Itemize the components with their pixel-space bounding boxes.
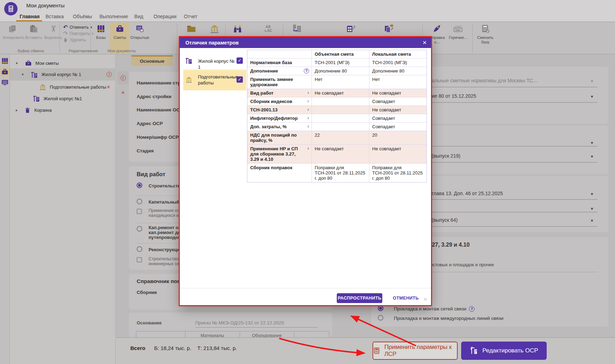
calculator-icon <box>373 347 380 355</box>
chevron-right-icon: › <box>307 115 309 121</box>
crane-building-icon <box>185 57 192 64</box>
close-icon[interactable]: ✕ <box>422 40 427 46</box>
dialog-header[interactable]: Отличия параметров ✕ <box>180 37 431 48</box>
dialog-footer-divider <box>180 288 431 288</box>
cancel-button[interactable]: ОТМЕНИТЬ <box>390 293 422 303</box>
table-row-expandable[interactable]: ТСН-2001.13› Не совпадает <box>247 106 426 114</box>
chevron-right-icon: › <box>307 90 309 95</box>
crane-icon <box>470 346 478 355</box>
table-row: НДС для позиций по прайсу, %2220 <box>247 131 426 145</box>
table-row-expandable[interactable]: Доп. затраты, %› Совпадает <box>247 123 426 131</box>
dialog-list-item-housing[interactable]: Жилой корпус № 1 ✓ <box>183 53 246 70</box>
checkbox-checked[interactable]: ✓ <box>237 76 243 83</box>
resize-handle[interactable] <box>424 298 425 299</box>
table-row-expandable[interactable]: Сборник индексов› Совпадает <box>247 97 426 106</box>
table-row-expandable[interactable]: Вид работ› Не совпадаетНе совпадает <box>247 89 426 97</box>
table-row: Применить зимнее удорожаниеНетНет <box>247 75 426 89</box>
table-row: Дополнение? Дополнение 80Дополнение 80 <box>247 67 426 75</box>
dialog-title: Отличия параметров <box>185 40 239 46</box>
dialog-list-item-podgotovitelnye[interactable]: Подготовительные работы ✓ <box>183 70 246 90</box>
apply-params-lsr-button[interactable]: Применить параметры к ЛСР <box>373 342 458 360</box>
param-diff-table: Объектная смета Локальная смета Норматив… <box>247 50 427 183</box>
help-icon[interactable]: ? <box>304 68 309 74</box>
edit-osr-button[interactable]: Редактировать ОСР <box>461 342 547 360</box>
table-row: Нормативная базаТСН-2001 (МГЭ)ТСН-2001 (… <box>247 59 426 67</box>
spread-button[interactable]: РАСПРОСТРАНИТЬ <box>337 293 382 303</box>
chevron-right-icon: › <box>307 124 309 129</box>
table-row-expandable[interactable]: Инфлятор/Дефлятор› Совпадает <box>247 114 426 123</box>
chevron-right-icon: › <box>307 146 309 151</box>
param-diff-dialog: Отличия параметров ✕ Жилой корпус № 1 ✓ … <box>180 37 431 305</box>
chevron-right-icon: › <box>307 107 309 112</box>
checkbox-checked[interactable]: ✓ <box>237 57 243 64</box>
table-row-expandable[interactable]: Применение НР и СП для сборников 3.27, 3… <box>247 145 426 164</box>
chevron-right-icon: › <box>307 98 309 104</box>
house-icon <box>185 76 192 83</box>
table-row: Сборник поправокПоправки для ТСН-2001 от… <box>247 164 426 182</box>
table-header-row: Объектная смета Локальная смета <box>247 50 426 59</box>
